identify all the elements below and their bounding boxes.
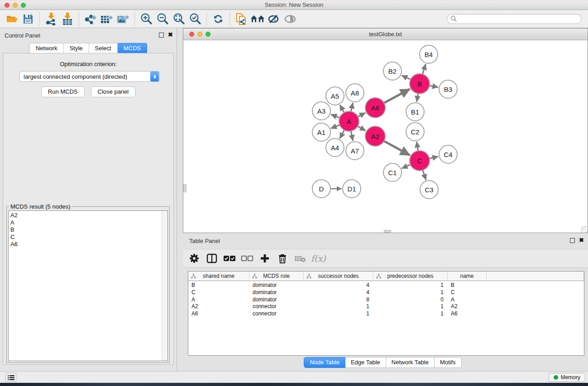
import-network-icon[interactable] [43,11,59,27]
table-cell[interactable]: 1 [304,303,373,310]
node-table[interactable]: shared nameMCDS rolesuccessor nodesprede… [188,271,584,356]
node-A1[interactable]: A1 [312,123,330,141]
deselect-all-icon[interactable] [240,252,254,265]
tab-motifs[interactable]: Motifs [435,357,462,368]
table-cell[interactable]: 1 [373,289,448,296]
node-B1[interactable]: B1 [406,103,424,121]
close-panel-button[interactable]: Close panel [91,86,136,97]
node-B2[interactable]: B2 [383,62,402,80]
table-cell[interactable]: A [448,296,487,304]
float-table-panel-icon[interactable] [570,238,575,243]
table-cell[interactable]: 8 [304,296,373,304]
table-cell[interactable]: B [448,282,487,289]
table-row[interactable]: A6connector11A6 [188,310,584,318]
table-cell[interactable]: dominator [249,282,304,289]
import-table-icon[interactable] [59,11,76,27]
result-item[interactable]: A [9,219,167,226]
table-cell[interactable]: C [448,289,487,296]
table-cell[interactable]: dominator [249,296,304,304]
node-D1[interactable]: D1 [343,180,361,198]
node-C2[interactable]: C2 [406,123,424,141]
result-item[interactable]: B [9,226,167,234]
table-row[interactable]: Cdominator41C [188,289,584,296]
criterion-select[interactable]: largest connected component (directed) [19,71,160,82]
tab-network-table[interactable]: Network Table [386,357,435,368]
column-header-mcds-role[interactable]: MCDS role [249,272,304,281]
close-table-panel-icon[interactable]: ✖ [579,237,584,243]
task-history-button[interactable] [5,373,16,382]
node-B3[interactable]: B3 [439,80,457,98]
node-A5[interactable]: A5 [326,87,344,105]
table-row[interactable]: Bdominator41B [188,282,584,289]
tab-style[interactable]: Style [64,43,89,54]
export-image-icon[interactable] [115,11,131,27]
refresh-icon[interactable] [210,11,226,27]
search-box[interactable] [447,14,582,24]
network-window-titlebar[interactable]: testGlobe.txt [183,29,588,40]
node-A7[interactable]: A7 [346,142,364,160]
birds-eye-view-icon[interactable] [282,11,298,27]
table-cell[interactable]: 1 [373,303,448,310]
close-panel-icon[interactable]: ✖ [168,31,173,38]
node-C[interactable]: C [410,151,430,171]
node-B[interactable]: B [410,74,430,94]
column-header-successor-nodes[interactable]: successor nodes [304,272,373,281]
table-cell[interactable]: A2 [448,303,487,310]
zoom-in-icon[interactable] [138,11,154,27]
node-C3[interactable]: C3 [420,181,438,199]
graphics-details-icon[interactable] [266,11,282,27]
column-header-name[interactable]: name [448,272,487,281]
node-A6[interactable]: A6 [365,98,385,118]
node-A8[interactable]: A8 [346,84,364,102]
node-D[interactable]: D [312,180,330,198]
result-item[interactable]: A2 [9,212,167,219]
search-input[interactable] [457,16,570,22]
float-panel-icon[interactable] [159,33,164,38]
column-header-shared-name[interactable]: shared name [188,272,249,281]
delete-table-icon[interactable] [293,252,307,265]
table-cell[interactable]: 4 [304,289,373,296]
node-A4[interactable]: A4 [326,138,344,157]
clone-network-icon[interactable] [233,11,249,27]
table-settings-icon[interactable] [187,252,201,265]
table-row[interactable]: Adominator80A [188,296,584,304]
mcds-result-list[interactable]: A2ABCA6 [8,210,168,361]
canvas-vscroll-mark[interactable] [183,184,186,192]
export-table-icon[interactable] [99,11,115,27]
zoom-fit-icon[interactable] [171,11,187,27]
export-network-icon[interactable] [82,11,99,27]
zoom-out-icon[interactable] [154,11,171,27]
table-cell[interactable]: B [188,282,249,289]
open-session-icon[interactable] [4,11,20,27]
result-item[interactable]: C [9,234,167,241]
table-cell[interactable]: A6 [448,310,487,318]
network-graph[interactable]: AA1A2A3A4A5A6A7A8BB1B2B3B4CC1C2C3C4DD1 [183,40,588,233]
table-cell[interactable]: dominator [249,289,304,296]
table-cell[interactable]: A2 [188,303,249,310]
run-mcds-button[interactable]: Run MCDS [41,86,85,97]
node-C1[interactable]: C1 [383,163,402,181]
table-cell[interactable]: 4 [304,282,373,289]
zoom-selected-icon[interactable] [187,11,203,27]
create-column-icon[interactable] [258,252,272,265]
delete-columns-icon[interactable] [276,252,289,265]
tab-edge-table[interactable]: Edge Table [345,357,386,368]
split-table-view-icon[interactable] [205,252,219,265]
function-builder-button[interactable]: f(x) [311,253,326,263]
tab-mcds[interactable]: MCDS [118,43,147,54]
canvas-hscroll-mark[interactable] [384,230,391,233]
save-session-icon[interactable] [20,11,36,27]
node-A3[interactable]: A3 [312,102,330,120]
table-row[interactable]: A2connector11A2 [188,303,584,310]
table-cell[interactable]: connector [249,303,304,310]
window-resize-grip[interactable] [581,226,588,233]
tab-select[interactable]: Select [89,43,118,54]
select-all-icon[interactable] [223,252,236,265]
home-layout-icon[interactable] [249,11,266,27]
table-cell[interactable]: 1 [373,310,448,318]
table-cell[interactable]: 1 [304,310,373,318]
table-cell[interactable]: 0 [373,296,448,304]
table-cell[interactable]: connector [249,310,304,318]
node-A[interactable]: A [339,111,359,131]
result-list-scrollbar[interactable] [162,211,167,361]
